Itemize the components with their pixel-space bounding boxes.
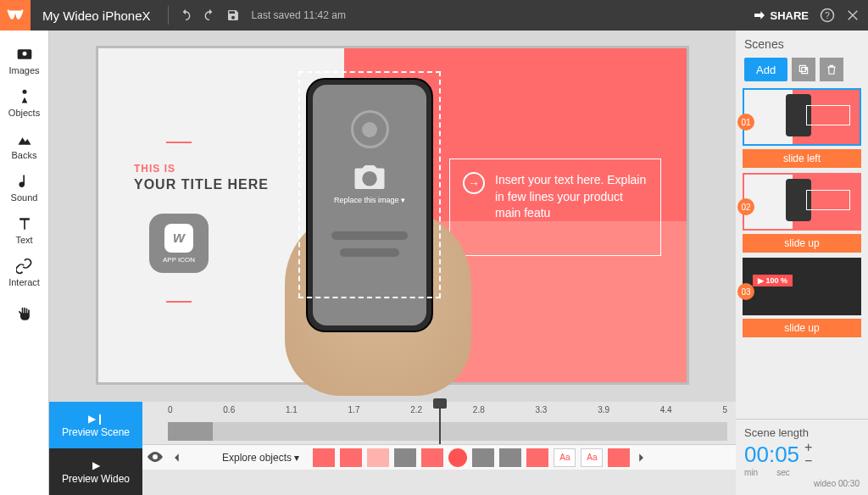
scene-thumbnail[interactable] — [743, 173, 861, 231]
object-thumb[interactable] — [421, 448, 443, 467]
scene-badge: ▶ 100 % — [753, 275, 793, 286]
tool-backs[interactable]: Backs — [0, 124, 49, 166]
canvas-area[interactable]: THIS IS YOUR TITLE HERE w APP ICON — [49, 31, 736, 402]
object-thumb[interactable] — [367, 448, 389, 467]
scene-item: 03▶ 100 %slide up — [743, 258, 861, 337]
help-button[interactable]: ? — [817, 5, 837, 25]
wideo-logo[interactable] — [0, 0, 31, 31]
scenes-panel: Scenes Add 01slide left02slide up03▶ 100… — [736, 31, 868, 495]
scene-thumbnail[interactable]: ▶ 100 % — [743, 258, 861, 315]
camera-icon[interactable] — [352, 164, 387, 191]
object-thumb-text[interactable]: Aa — [581, 448, 603, 467]
decrease-length-button[interactable]: − — [804, 454, 812, 468]
ruler-tick: 5 — [722, 405, 727, 414]
scene-item: 01slide left — [743, 88, 861, 168]
transition-label[interactable]: slide up — [743, 319, 861, 337]
preview-wideo-button[interactable]: ▶ Preview Wideo — [49, 448, 142, 495]
timeline-panel: ▶❙ Preview Scene ▶ Preview Wideo 00.61.1… — [49, 402, 736, 495]
app-icon-logo: w — [164, 224, 193, 253]
scenes-header: Scenes — [736, 31, 868, 58]
ruler-tick: 4.4 — [660, 405, 672, 414]
object-thumb[interactable] — [472, 448, 494, 467]
tool-sound[interactable]: Sound — [0, 166, 49, 209]
ruler-tick: 2.8 — [473, 405, 485, 414]
scene-thumbnail[interactable] — [743, 88, 861, 146]
app-icon-placeholder[interactable]: w APP ICON — [149, 214, 209, 273]
accent-line — [166, 301, 192, 303]
timeline-fill — [168, 422, 213, 441]
top-bar: My Wideo iPhoneX Last saved 11:42 am SHA… — [0, 0, 868, 31]
preview-scene-button[interactable]: ▶❙ Preview Scene — [49, 402, 142, 448]
subtitle-text[interactable]: THIS IS — [134, 163, 175, 175]
close-button[interactable] — [843, 5, 863, 25]
ruler-tick: 1.7 — [348, 405, 360, 414]
delete-scene-button[interactable] — [820, 58, 843, 81]
scene-length-title: Scene length — [744, 426, 860, 439]
share-label: SHARE — [770, 9, 809, 22]
scene-length-value: 00:05 — [744, 442, 799, 468]
wideo-length-label: wideo 00:30 — [744, 479, 860, 488]
divider — [168, 6, 169, 25]
avatar-icon — [351, 110, 389, 148]
ruler-tick: 0 — [168, 405, 173, 414]
tool-interact[interactable]: Interact — [0, 251, 49, 293]
project-name[interactable]: My Wideo iPhoneX — [31, 8, 163, 23]
accent-line — [166, 142, 192, 143]
duplicate-scene-button[interactable] — [792, 58, 815, 81]
phone-in-hand[interactable]: Replace this image ▾ — [268, 78, 488, 387]
object-thumb[interactable] — [313, 448, 335, 467]
scene-length-panel: Scene length 00:05 + − min sec wideo 00:… — [736, 419, 868, 495]
object-thumb[interactable] — [499, 448, 521, 467]
placeholder-bar — [331, 231, 408, 240]
object-thumb[interactable] — [608, 448, 630, 467]
object-row: Explore objects ▾ Aa Aa — [142, 444, 736, 470]
placeholder-bar — [340, 248, 399, 257]
add-scene-button[interactable]: Add — [744, 58, 787, 81]
sec-label: sec — [776, 468, 790, 477]
play-icon: ▶ — [92, 459, 100, 471]
phone-mockup[interactable]: Replace this image ▾ — [306, 78, 433, 332]
tool-hand[interactable] — [0, 293, 49, 336]
object-thumb-text[interactable]: Aa — [554, 448, 576, 467]
share-button[interactable]: SHARE — [753, 8, 809, 22]
callout-text[interactable]: Insert your text here. Explain in few li… — [495, 172, 648, 222]
tool-text[interactable]: Text — [0, 209, 49, 251]
left-toolbar: Images Objects Backs Sound Text Interact — [0, 31, 49, 495]
undo-button[interactable] — [174, 3, 198, 27]
save-button[interactable] — [221, 3, 245, 27]
phone-screen: Replace this image ▾ — [313, 85, 426, 325]
object-thumb[interactable] — [394, 448, 416, 467]
chevron-right-icon[interactable] — [635, 452, 647, 464]
explore-objects-dropdown[interactable]: Explore objects ▾ — [222, 452, 299, 464]
title-text[interactable]: YOUR TITLE HERE — [134, 177, 269, 192]
chevron-left-icon[interactable] — [171, 452, 183, 464]
ruler-tick: 3.3 — [536, 405, 548, 414]
timeline-track[interactable] — [168, 422, 727, 441]
playhead[interactable] — [439, 402, 441, 444]
ruler-tick: 1.1 — [286, 405, 298, 414]
visibility-toggle[interactable] — [147, 450, 166, 465]
svg-text:?: ? — [825, 10, 830, 20]
object-thumb[interactable] — [526, 448, 548, 467]
canvas[interactable]: THIS IS YOUR TITLE HERE w APP ICON — [96, 46, 689, 385]
tool-objects[interactable]: Objects — [0, 81, 49, 124]
ruler-tick: 2.2 — [410, 405, 422, 414]
play-next-icon: ▶❙ — [88, 413, 104, 425]
min-label: min — [744, 468, 758, 477]
increase-length-button[interactable]: + — [804, 441, 812, 454]
ruler-tick: 0.6 — [223, 405, 235, 414]
ruler-tick: 3.9 — [598, 405, 609, 414]
object-thumb[interactable] — [448, 448, 467, 467]
scene-item: 02slide up — [743, 173, 861, 253]
svg-point-2 — [22, 89, 26, 93]
transition-label[interactable]: slide left — [743, 149, 861, 168]
scene-number-badge: 01 — [737, 114, 754, 131]
transition-label[interactable]: slide up — [743, 234, 861, 253]
tool-images[interactable]: Images — [0, 39, 49, 81]
scene-number-badge: 03 — [737, 283, 754, 300]
object-thumb[interactable] — [340, 448, 362, 467]
timeline-ruler[interactable]: 00.61.11.72.22.83.33.94.45 — [142, 402, 736, 444]
redo-button[interactable] — [198, 3, 221, 27]
replace-image-label[interactable]: Replace this image ▾ — [334, 196, 405, 204]
scene-number-badge: 02 — [737, 198, 754, 215]
